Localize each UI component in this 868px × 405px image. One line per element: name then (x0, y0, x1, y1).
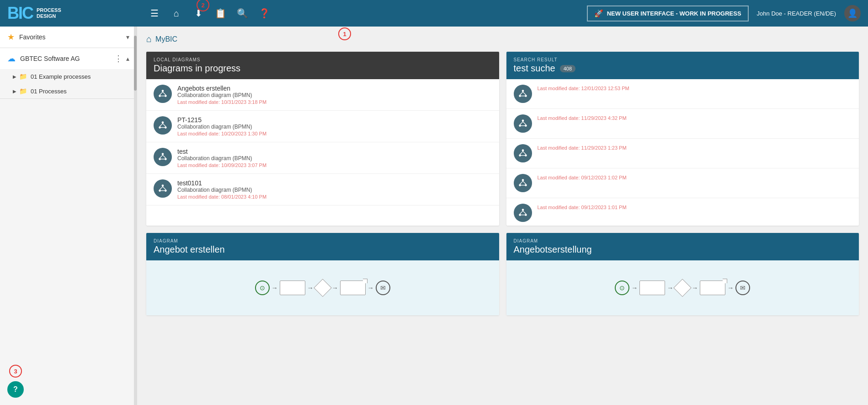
diagram-icon (514, 204, 532, 222)
diagram-info: Last modified date: 09/12/2023 1:01 PM (538, 204, 852, 210)
diagram-date: Last modified date: 10/09/2023 3:07 PM (177, 162, 492, 168)
diagram-icon (514, 114, 532, 133)
diagram-info: test Collaboration diagram (BPMN) Last m… (177, 148, 492, 168)
help-teal-button[interactable]: ? (7, 381, 24, 398)
list-item[interactable]: test0101 Collaboration diagram (BPMN) La… (146, 174, 499, 205)
sidebar-scrollbar[interactable] (134, 27, 137, 405)
flow-arrow: → (631, 284, 638, 292)
flow-start-event: ⊙ (615, 281, 629, 295)
avatar[interactable]: 👤 (844, 5, 861, 22)
diagram-name: PT-1215 (177, 116, 492, 124)
diagram-info: Angebots erstellen Collaboration diagram… (177, 85, 492, 105)
content-area: ⌂ MyBIC 1 LOCAL DIAGRAMS Diagrams in pro… (137, 27, 868, 405)
svg-line-27 (520, 92, 522, 95)
diagram-card2-header: DIAGRAM Angebotserstellung (506, 233, 859, 260)
local-diagrams-header: LOCAL DIAGRAMS Diagrams in progress (146, 52, 499, 79)
scrollbar-thumb (134, 36, 137, 91)
flow-arrow: → (667, 284, 673, 292)
svg-line-45 (520, 181, 522, 184)
diagram-name: test0101 (177, 179, 492, 187)
list-item[interactable]: Angebots erstellen Collaboration diagram… (146, 79, 499, 111)
flow-arrow: → (272, 284, 278, 292)
list-item[interactable]: PT-1215 Collaboration diagram (BPMN) Las… (146, 111, 499, 142)
sidebar-item-example-processes[interactable]: ▶ 📁 01 Example processes (0, 69, 137, 84)
cloud-icon: ☁ (7, 54, 16, 64)
svg-point-18 (162, 184, 164, 187)
local-diagrams-card: LOCAL DIAGRAMS Diagrams in progress Ange… (146, 52, 499, 226)
card-title: Angebotserstellung (514, 244, 852, 255)
list-item[interactable]: Last modified date: 09/12/2023 1:02 PM (506, 168, 859, 198)
diagram-icon (514, 174, 532, 192)
search-result-card: SEARCH RESULT test suche 408 Last modif (506, 52, 859, 226)
diagram-info: Last modified date: 11/29/2023 4:32 PM (538, 114, 852, 121)
diagram-date: Last modified date: 09/12/2023 1:02 PM (538, 175, 852, 180)
cards-grid: LOCAL DIAGRAMS Diagrams in progress Ange… (146, 52, 859, 315)
more-options-icon[interactable]: ⋮ (114, 54, 122, 64)
flow-arrow: → (727, 284, 734, 292)
menu-icon[interactable]: ☰ (148, 7, 161, 20)
diagram-canvas-2: ⊙ → → → → ✉ (506, 260, 859, 315)
diagram-type: Collaboration diagram (BPMN) (177, 155, 492, 162)
svg-point-42 (522, 179, 524, 181)
list-item[interactable]: test Collaboration diagram (BPMN) Last m… (146, 142, 499, 174)
diagram-info: Last modified date: 12/01/2023 12:53 PM (538, 85, 852, 91)
sidebar-item-processes[interactable]: ▶ 📁 01 Processes (0, 84, 137, 98)
flow-diagram: ⊙ → → → → ✉ (615, 281, 750, 295)
flow-end-event: ✉ (735, 281, 750, 295)
card-subtitle: DIAGRAM (514, 238, 852, 243)
diagram-card-1: DIAGRAM Angebot erstellen ⊙ → → → (146, 233, 499, 315)
search-result-header: SEARCH RESULT test suche 408 (506, 52, 859, 79)
svg-line-39 (520, 151, 522, 154)
tree-item-label: 01 Processes (31, 88, 67, 95)
flow-task (340, 281, 366, 295)
user-info: John Doe - READER (EN/DE) (757, 10, 836, 17)
help-icon[interactable]: ❓ (258, 7, 271, 20)
diagram-icon (154, 179, 172, 198)
search-title: test suche (514, 63, 555, 74)
list-item[interactable]: Last modified date: 12/01/2023 12:53 PM (506, 79, 859, 109)
flow-arrow: → (367, 284, 374, 292)
flow-gateway (673, 279, 692, 297)
diagram-type: Collaboration diagram (BPMN) (177, 92, 492, 98)
logo-text: PROCESS DESIGN (37, 7, 61, 19)
logo-area: BIC PROCESS DESIGN (7, 4, 140, 23)
svg-line-33 (520, 122, 522, 124)
search-icon[interactable]: 🔍 (236, 7, 249, 20)
main-layout: ★ Favorites ▾ ☁ GBTEC Software AG ⋮ ▴ ▶ … (0, 27, 868, 405)
annotation-badge-2: 2 (197, 0, 209, 11)
list-item[interactable]: Last modified date: 11/29/2023 1:23 PM (506, 139, 859, 168)
diagram-date: Last modified date: 11/29/2023 1:23 PM (538, 145, 852, 151)
list-item[interactable]: Last modified date: 11/29/2023 4:32 PM (506, 109, 859, 139)
svg-point-0 (162, 90, 164, 92)
flow-arrow: → (692, 284, 698, 292)
diagram-info: Last modified date: 09/12/2023 1:02 PM (538, 174, 852, 180)
flow-arrow: → (307, 284, 314, 292)
svg-point-36 (522, 149, 524, 151)
local-diagrams-body: Angebots erstellen Collaboration diagram… (146, 79, 499, 205)
diagram-icon (514, 144, 532, 162)
org-header[interactable]: ☁ GBTEC Software AG ⋮ ▴ (0, 48, 137, 69)
org-section: ☁ GBTEC Software AG ⋮ ▴ ▶ 📁 01 Example p… (0, 48, 137, 99)
nav-icons: ☰ ⌂ ⬇ 2 📋 🔍 ❓ (148, 7, 579, 20)
new-ui-button[interactable]: 🚀 NEW USER INTERFACE - WORK IN PROGRESS (587, 5, 749, 22)
breadcrumb-home-icon: ⌂ (146, 34, 152, 44)
clipboard-icon[interactable]: 📋 (214, 7, 227, 20)
svg-line-51 (520, 211, 522, 214)
svg-line-15 (160, 155, 163, 158)
diagram-date: Last modified date: 09/12/2023 1:01 PM (538, 205, 852, 210)
list-item[interactable]: Last modified date: 09/12/2023 1:01 PM (506, 198, 859, 226)
diagram-type: Collaboration diagram (BPMN) (177, 187, 492, 193)
svg-point-30 (522, 119, 524, 122)
svg-point-24 (522, 90, 524, 92)
expand-arrow-icon: ▶ (13, 89, 16, 94)
home-icon[interactable]: ⌂ (170, 7, 183, 20)
svg-line-40 (523, 151, 526, 154)
annotation-badge-3: 3 (9, 365, 22, 378)
diagram-card-2: DIAGRAM Angebotserstellung ⊙ → → → (506, 233, 859, 315)
diagram-icon (514, 85, 532, 103)
diagram-date: Last modified date: 10/20/2023 1:30 PM (177, 131, 492, 136)
favorites-header[interactable]: ★ Favorites ▾ (0, 27, 137, 48)
diagram-name: test (177, 148, 492, 155)
bic-logo: BIC (7, 4, 33, 23)
download-icon[interactable]: ⬇ 2 (192, 7, 205, 20)
